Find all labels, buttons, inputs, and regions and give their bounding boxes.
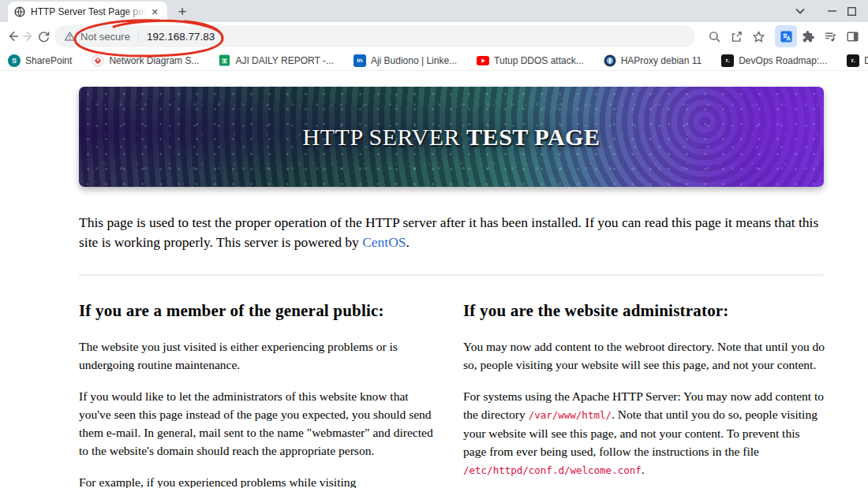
bookmark-label: Docker Roadmap -... xyxy=(864,55,868,66)
two-column-section: If you are a member of the general publi… xyxy=(79,301,825,488)
administrator-column: If you are the website administrator: Yo… xyxy=(463,301,825,488)
tab-title: HTTP Server Test Page powered xyxy=(31,6,148,17)
code-path: /var/www/html/ xyxy=(529,409,612,421)
maximize-button[interactable] xyxy=(847,0,868,22)
bookmark-sharepoint[interactable]: S SharePoint xyxy=(8,54,72,67)
playlist-music-icon[interactable] xyxy=(819,25,841,47)
bookmark-haproxy[interactable]: HAProxy debian 11 xyxy=(604,54,702,67)
bookmark-aji-daily-report[interactable]: AJI DAILY REPORT -... xyxy=(219,54,333,66)
divider-rule xyxy=(79,274,824,276)
globe-favicon-icon xyxy=(14,6,25,17)
paragraph: If you would like to let the administrat… xyxy=(79,387,441,460)
new-tab-button[interactable]: + xyxy=(172,2,193,22)
text-segment: . xyxy=(642,463,645,476)
search-icon[interactable] xyxy=(703,25,725,47)
toolbar-right xyxy=(703,25,863,47)
intro-text: This page is used to test the proper ope… xyxy=(79,214,818,250)
bookmark-label: DevOps Roadmap:... xyxy=(739,55,827,66)
test-page-banner: HTTP SERVER TEST PAGE xyxy=(79,87,824,187)
not-secure-chip[interactable]: Not secure xyxy=(64,31,130,43)
bookmark-label: HAProxy debian 11 xyxy=(621,55,702,66)
browser-chrome: HTTP Server Test Page powered ✕ + xyxy=(0,0,868,71)
bookmark-label: Network Diagram S... xyxy=(109,55,199,66)
paragraph: The website you just visited is either e… xyxy=(79,337,441,374)
bookmark-star-icon[interactable] xyxy=(747,25,769,47)
bookmark-linkedin[interactable]: in Aji Budiono | Linke... xyxy=(354,54,457,67)
general-public-heading: If you are a member of the general publi… xyxy=(79,301,441,321)
bookmark-devops-roadmap[interactable]: r. DevOps Roadmap:... xyxy=(721,54,827,67)
diagram-icon xyxy=(92,54,104,67)
toolbar: Not secure 192.168.77.83 xyxy=(0,22,868,50)
youtube-icon xyxy=(477,56,489,65)
minimize-button[interactable] xyxy=(816,0,847,22)
window-controls xyxy=(784,0,868,22)
administrator-heading: If you are the website administrator: xyxy=(463,301,825,321)
forward-button[interactable] xyxy=(21,25,36,47)
share-icon[interactable] xyxy=(725,25,747,47)
address-bar[interactable]: Not secure 192.168.77.83 xyxy=(54,25,695,47)
paragraph: You may now add content to the webroot d… xyxy=(463,337,825,374)
haproxy-icon xyxy=(604,54,616,67)
url-text[interactable]: 192.168.77.83 xyxy=(147,31,215,43)
bookmark-label: Tutup DDOS attack... xyxy=(494,55,584,66)
translate-extension-icon[interactable] xyxy=(775,25,797,47)
titlebar: HTTP Server Test Page powered ✕ + xyxy=(0,0,868,22)
google-sheets-icon xyxy=(219,54,230,66)
centos-link[interactable]: CentOS xyxy=(362,234,406,250)
tab-search-chevron-icon[interactable] xyxy=(784,0,816,22)
bookmark-network-diagram[interactable]: Network Diagram S... xyxy=(92,54,199,67)
tab-close-icon[interactable]: ✕ xyxy=(148,6,161,18)
bookmark-label: AJI DAILY REPORT -... xyxy=(235,55,333,66)
bookmarks-bar: S SharePoint Network Diagram S... AJI DA… xyxy=(0,50,868,71)
paragraph: For example, if you experienced problems… xyxy=(79,473,441,488)
bookmark-youtube[interactable]: Tutup DDOS attack... xyxy=(477,55,584,66)
omnibox-separator xyxy=(138,30,139,43)
extensions-puzzle-icon[interactable] xyxy=(797,25,819,47)
bookmark-docker-roadmap[interactable]: r. Docker Roadmap -... xyxy=(847,54,868,67)
paragraph: For systems using the Apache HTTP Server… xyxy=(463,387,825,479)
bookmark-label: SharePoint xyxy=(25,55,72,66)
side-panel-icon[interactable] xyxy=(841,25,863,47)
intro-period: . xyxy=(406,234,410,250)
warning-triangle-icon xyxy=(64,31,76,42)
sharepoint-icon: S xyxy=(8,54,21,67)
code-path: /etc/httpd/conf.d/welcome.conf xyxy=(463,464,642,476)
intro-paragraph: This page is used to test the proper ope… xyxy=(79,213,824,252)
linkedin-icon: in xyxy=(354,54,366,67)
browser-tab[interactable]: HTTP Server Test Page powered ✕ xyxy=(8,2,167,22)
reload-button[interactable] xyxy=(36,25,51,47)
page-content: HTTP SERVER TEST PAGE This page is used … xyxy=(0,71,868,488)
roadmap-icon: r. xyxy=(847,54,859,67)
roadmap-icon: r. xyxy=(721,54,734,67)
security-label: Not secure xyxy=(80,31,130,43)
bookmark-label: Aji Budiono | Linke... xyxy=(371,55,457,66)
general-public-column: If you are a member of the general publi… xyxy=(79,301,441,488)
page-title: HTTP SERVER TEST PAGE xyxy=(303,124,600,151)
back-button[interactable] xyxy=(5,25,21,47)
